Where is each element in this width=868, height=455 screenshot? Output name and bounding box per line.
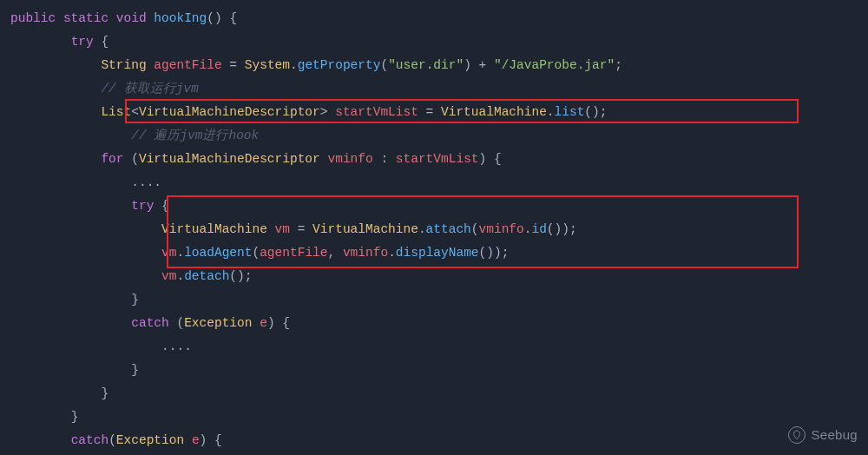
code-editor: public static void hookIng() { try { Str… [0, 0, 868, 455]
watermark-text: Seebug [811, 423, 858, 446]
code-line: } [0, 359, 868, 382]
seebug-icon [788, 426, 806, 444]
code-line: catch (Exception e) { [0, 312, 868, 335]
watermark: Seebug [788, 423, 858, 446]
code-line: public static void hookIng() { [0, 7, 868, 30]
code-line: } [0, 382, 868, 406]
code-line: // 获取运行jvm [0, 77, 868, 101]
code-line: vm.loadAgent(agentFile, vminfo.displayNa… [0, 241, 868, 265]
code-line: vm.detach(); [0, 265, 868, 288]
code-line: } [0, 288, 868, 312]
code-line: try { [0, 30, 868, 54]
code-line: .... [0, 171, 868, 195]
code-line: } [0, 406, 868, 429]
code-line: List<VirtualMachineDescriptor> startVmLi… [0, 101, 868, 124]
code-line: // 遍历jvm进行hook [0, 124, 868, 148]
code-line: catch(Exception e) { [0, 429, 868, 452]
code-line: for (VirtualMachineDescriptor vminfo : s… [0, 148, 868, 171]
code-line: String agentFile = System.getProperty("u… [0, 54, 868, 77]
code-line: .... [0, 335, 868, 359]
code-line: VirtualMachine vm = VirtualMachine.attac… [0, 218, 868, 241]
code-line: try { [0, 195, 868, 218]
